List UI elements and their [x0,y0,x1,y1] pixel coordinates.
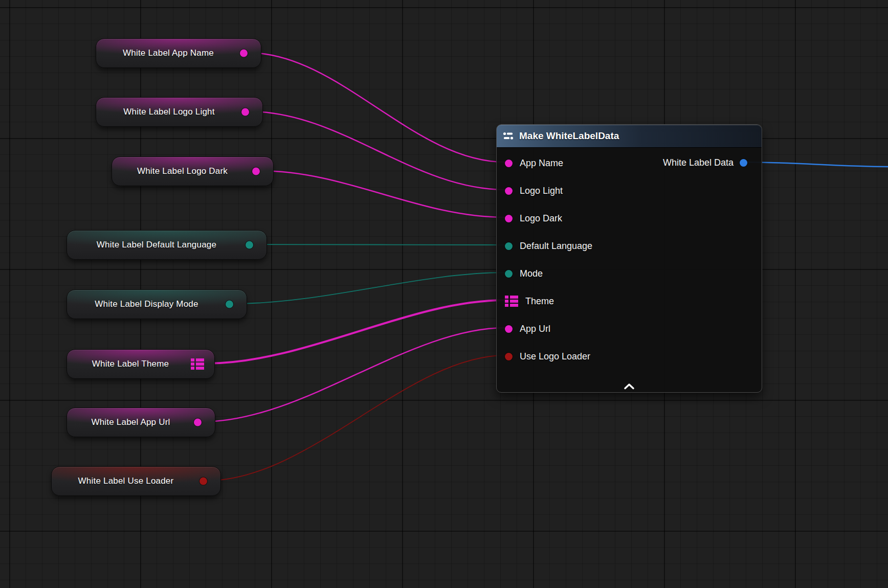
input-pin-default-language[interactable] [505,242,513,250]
input-pin-row-app-url: App Url [497,315,762,343]
blueprint-canvas[interactable]: White Label App Name White Label Logo Li… [0,0,888,588]
getter-node-default-language[interactable]: White Label Default Language [66,230,267,260]
output-pin-app-url[interactable] [194,419,202,426]
output-pin-row: White Label Data [663,151,747,174]
make-whitelabeldata-node[interactable]: Make WhiteLabelData App Name Logo Light … [496,124,762,393]
pin-label: Default Language [520,241,592,252]
pin-label: App Name [520,158,563,169]
getter-node-theme[interactable]: White Label Theme [66,349,215,379]
input-pin-use-logo-loader[interactable] [505,353,513,360]
pin-label: Use Logo Loader [520,351,590,362]
getter-label: White Label Default Language [74,240,239,250]
node-body: App Name Logo Light Logo Dark Default La… [497,148,762,370]
input-pin-theme-struct-icon[interactable] [505,296,518,307]
pin-label: Mode [520,268,543,279]
input-pin-row-default-language: Default Language [497,232,762,260]
getter-label: White Label Logo Light [103,107,235,117]
getter-node-logo-dark[interactable]: White Label Logo Dark [112,156,274,186]
collapse-chevron[interactable] [623,383,635,390]
input-pin-app-url[interactable] [505,325,513,333]
getter-label: White Label App Name [103,48,233,58]
wire-use-loader[interactable] [207,355,505,481]
output-pin-default-language[interactable] [246,241,253,249]
getter-label: White Label Display Mode [74,299,219,309]
getter-node-use-loader[interactable]: White Label Use Loader [51,466,221,496]
getter-node-display-mode[interactable]: White Label Display Mode [66,289,247,319]
input-pin-logo-dark[interactable] [505,215,513,222]
input-pin-app-name[interactable] [505,160,513,167]
output-pin-use-loader[interactable] [199,478,207,485]
wire-app-url[interactable] [202,328,505,422]
wire-white-label-data-out[interactable] [742,162,888,167]
output-pin-theme-struct-icon[interactable] [191,358,204,370]
getter-label: White Label Logo Dark [119,166,246,176]
input-pin-row-mode: Mode [497,260,762,287]
output-pin-logo-light[interactable] [241,108,249,116]
getter-node-logo-light[interactable]: White Label Logo Light [96,97,263,127]
getter-label: White Label Use Loader [59,476,193,486]
wire-theme[interactable] [205,300,505,364]
wire-default-language[interactable] [253,244,505,245]
input-pin-logo-light[interactable] [505,187,513,195]
wire-display-mode[interactable] [233,273,505,304]
node-header[interactable]: Make WhiteLabelData [497,125,762,148]
input-pin-row-logo-dark: Logo Dark [497,205,762,232]
pin-label: Logo Light [520,186,563,196]
input-pin-row-use-logo-loader: Use Logo Loader [497,343,762,370]
input-pin-row-theme: Theme [497,287,762,315]
wire-logo-dark[interactable] [260,171,505,217]
getter-node-app-name[interactable]: White Label App Name [96,38,261,68]
output-pin-logo-dark[interactable] [252,168,260,175]
output-pin-display-mode[interactable] [226,301,233,308]
pin-label: Theme [525,296,554,307]
wire-app-name[interactable] [248,53,505,162]
getter-label: White Label Theme [74,359,187,369]
wire-logo-light[interactable] [249,111,505,190]
getter-label: White Label App Url [74,417,187,427]
pin-label: White Label Data [663,157,734,168]
input-pin-mode[interactable] [505,270,513,278]
getter-node-app-url[interactable]: White Label App Url [66,408,215,437]
make-struct-icon [503,131,514,141]
node-title: Make WhiteLabelData [519,130,619,142]
output-pin-app-name[interactable] [240,50,248,57]
output-pin-white-label-data[interactable] [740,159,747,167]
input-pin-row-logo-light: Logo Light [497,177,762,205]
pin-label: App Url [520,324,550,334]
pin-label: Logo Dark [520,213,562,224]
